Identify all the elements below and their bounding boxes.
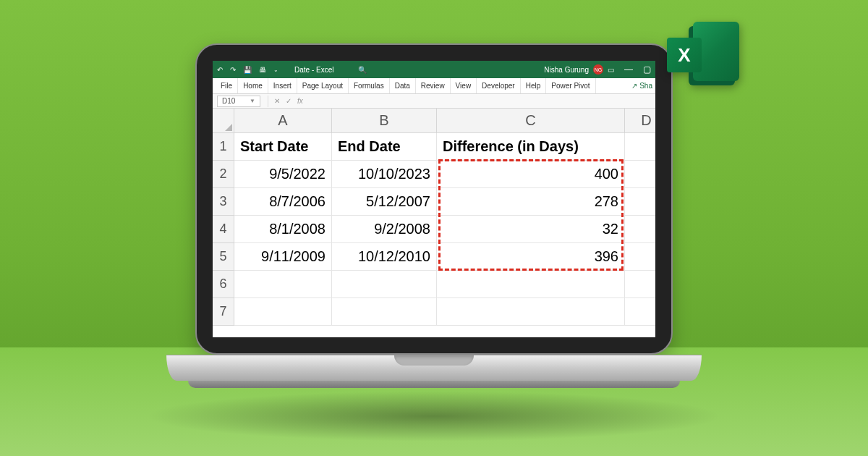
- save-icon[interactable]: 💾: [243, 66, 252, 74]
- row-header-5[interactable]: 5: [213, 243, 234, 271]
- cell-c5[interactable]: 396: [437, 243, 625, 271]
- cell-b1[interactable]: End Date: [332, 133, 437, 161]
- tab-data[interactable]: Data: [390, 78, 416, 93]
- cell-a4[interactable]: 8/1/2008: [234, 216, 332, 243]
- tab-developer[interactable]: Developer: [477, 78, 521, 93]
- enter-formula-icon[interactable]: ✓: [283, 97, 294, 105]
- cell-a2[interactable]: 9/5/2022: [234, 161, 332, 188]
- name-box[interactable]: D10 ▼: [217, 96, 260, 107]
- user-name: Nisha Gurung: [544, 66, 589, 74]
- cell-a6[interactable]: [234, 271, 332, 298]
- laptop-mockup: ↶ ↷ 💾 🖶 ⌄ Date - Excel 🔍 Nisha Gurung NG…: [195, 43, 673, 388]
- cell-d2[interactable]: [625, 161, 655, 188]
- cell-a3[interactable]: 8/7/2006: [234, 188, 332, 216]
- print-icon[interactable]: 🖶: [259, 66, 266, 74]
- redo-icon[interactable]: ↷: [230, 66, 236, 74]
- qat-more-icon[interactable]: ⌄: [273, 67, 278, 73]
- cell-d1[interactable]: [625, 133, 655, 161]
- excel-badge-icon: X: [667, 38, 702, 72]
- cell-c4[interactable]: 32: [437, 216, 625, 243]
- col-header-b[interactable]: B: [332, 109, 437, 133]
- cell-c7[interactable]: [437, 298, 625, 326]
- cell-b4[interactable]: 9/2/2008: [332, 216, 437, 243]
- row-header-3[interactable]: 3: [213, 188, 234, 216]
- cell-c2[interactable]: 400: [437, 161, 625, 188]
- tab-power-pivot[interactable]: Power Pivot: [546, 78, 595, 93]
- share-button[interactable]: ↗ Sha: [631, 82, 655, 90]
- ribbon: File Home Insert Page Layout Formulas Da…: [213, 78, 655, 94]
- cell-d7[interactable]: [625, 298, 655, 326]
- tab-formulas[interactable]: Formulas: [349, 78, 390, 93]
- laptop-base: [188, 381, 680, 388]
- cell-a7[interactable]: [234, 298, 332, 326]
- select-all-corner[interactable]: [213, 109, 234, 133]
- user-avatar[interactable]: NG: [593, 64, 603, 75]
- cancel-formula-icon[interactable]: ✕: [271, 97, 283, 105]
- cell-b7[interactable]: [332, 298, 437, 326]
- search-icon[interactable]: 🔍: [358, 66, 367, 74]
- screen-bezel: ↶ ↷ 💾 🖶 ⌄ Date - Excel 🔍 Nisha Gurung NG…: [195, 43, 673, 355]
- tab-file[interactable]: File: [216, 78, 238, 93]
- row-header-6[interactable]: 6: [213, 271, 234, 298]
- name-box-dropdown-icon[interactable]: ▼: [250, 98, 255, 104]
- col-header-a[interactable]: A: [234, 109, 332, 133]
- cell-d4[interactable]: [625, 216, 655, 243]
- cell-d3[interactable]: [625, 188, 655, 216]
- tab-insert[interactable]: Insert: [268, 78, 297, 93]
- tab-home[interactable]: Home: [238, 78, 268, 93]
- col-header-d[interactable]: D: [625, 109, 655, 133]
- row-header-1[interactable]: 1: [213, 133, 234, 161]
- cell-a1[interactable]: Start Date: [234, 133, 332, 161]
- cell-c6[interactable]: [437, 271, 625, 298]
- cell-d6[interactable]: [625, 271, 655, 298]
- excel-logo: X: [667, 22, 739, 85]
- undo-icon[interactable]: ↶: [217, 66, 223, 74]
- cell-c3[interactable]: 278: [437, 188, 625, 216]
- row-header-7[interactable]: 7: [213, 298, 234, 326]
- row-header-2[interactable]: 2: [213, 161, 234, 188]
- cell-c1[interactable]: Difference (in Days): [437, 133, 625, 161]
- tab-review[interactable]: Review: [416, 78, 451, 93]
- col-header-c[interactable]: C: [437, 109, 625, 133]
- fx-icon[interactable]: fx: [294, 97, 306, 105]
- laptop-hinge: [166, 355, 702, 381]
- minimize-button[interactable]: —: [624, 64, 633, 75]
- cell-b3[interactable]: 5/12/2007: [332, 188, 437, 216]
- cell-a5[interactable]: 9/11/2009: [234, 243, 332, 271]
- title-bar: ↶ ↷ 💾 🖶 ⌄ Date - Excel 🔍 Nisha Gurung NG…: [213, 61, 655, 78]
- excel-window: ↶ ↷ 💾 🖶 ⌄ Date - Excel 🔍 Nisha Gurung NG…: [213, 61, 655, 337]
- cell-d5[interactable]: [625, 243, 655, 271]
- name-box-value: D10: [222, 97, 235, 105]
- spreadsheet-grid[interactable]: A B C D 1 Start Date End Date Difference…: [213, 109, 655, 326]
- tab-page-layout[interactable]: Page Layout: [297, 78, 349, 93]
- row-header-4[interactable]: 4: [213, 216, 234, 243]
- maximize-button[interactable]: ▢: [643, 64, 651, 75]
- tab-view[interactable]: View: [451, 78, 477, 93]
- cell-b5[interactable]: 10/12/2010: [332, 243, 437, 271]
- ribbon-display-icon[interactable]: ▭: [608, 66, 614, 74]
- cell-b2[interactable]: 10/10/2023: [332, 161, 437, 188]
- tab-help[interactable]: Help: [521, 78, 547, 93]
- cell-b6[interactable]: [332, 271, 437, 298]
- formula-bar: D10 ▼ ✕ ✓ fx: [213, 94, 655, 109]
- document-title: Date - Excel: [294, 66, 333, 74]
